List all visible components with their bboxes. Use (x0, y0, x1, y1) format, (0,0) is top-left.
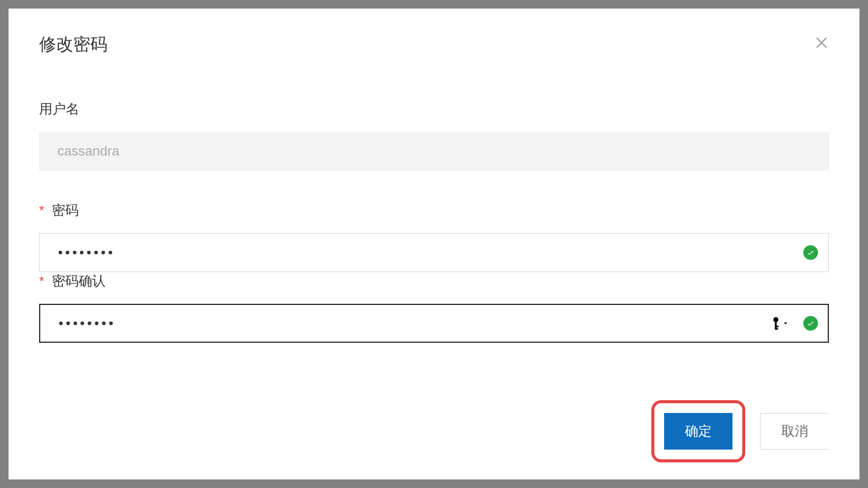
modal-title: 修改密码 (39, 33, 107, 56)
cancel-button[interactable]: 取消 (760, 413, 829, 450)
password-label-text: 密码 (52, 203, 79, 218)
svg-rect-5 (775, 328, 778, 330)
username-input: cassandra (39, 132, 829, 171)
password-confirm-input[interactable] (39, 304, 829, 343)
check-icon (803, 316, 818, 331)
modal-header: 修改密码 (39, 33, 829, 56)
password-confirm-label-text: 密码确认 (52, 273, 106, 289)
password-input[interactable] (39, 233, 829, 272)
svg-rect-4 (775, 326, 779, 328)
password-confirm-input-wrapper (39, 304, 829, 343)
username-label-text: 用户名 (39, 101, 79, 117)
username-group: 用户名 cassandra (39, 100, 829, 171)
username-label: 用户名 (39, 100, 829, 118)
password-manager-icon[interactable] (772, 317, 790, 330)
password-group: * 密码 (39, 201, 829, 272)
password-input-wrapper (39, 233, 829, 272)
required-asterisk: * (39, 273, 45, 289)
check-icon (803, 245, 818, 260)
modal-footer: 确定 取消 (651, 400, 829, 462)
password-confirm-group: * 密码确认 (39, 272, 829, 343)
confirm-highlight: 确定 (651, 400, 745, 462)
change-password-modal: 修改密码 用户名 cassandra * 密码 * 密码确认 (9, 9, 859, 479)
password-label: * 密码 (39, 201, 829, 220)
required-asterisk: * (39, 203, 45, 218)
confirm-button[interactable]: 确定 (664, 413, 732, 450)
close-icon[interactable] (814, 35, 829, 50)
password-confirm-label: * 密码确认 (39, 272, 829, 290)
svg-point-2 (773, 317, 778, 322)
